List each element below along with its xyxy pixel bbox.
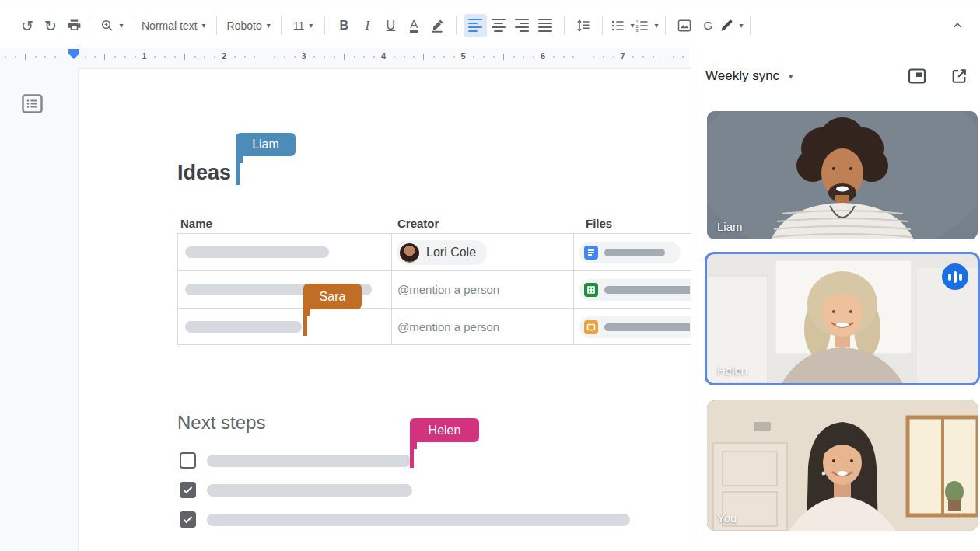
svg-text:3: 3 bbox=[636, 28, 639, 33]
check-icon bbox=[182, 484, 194, 496]
ruler-tick bbox=[35, 56, 37, 58]
ruler-tick bbox=[553, 56, 555, 58]
insert-image-button[interactable] bbox=[673, 14, 696, 37]
ruler-tick bbox=[354, 56, 355, 58]
ruler-tick bbox=[154, 56, 156, 58]
video-tile-liam[interactable]: Liam bbox=[707, 111, 978, 239]
checkbox-unchecked[interactable] bbox=[180, 452, 196, 469]
placeholder-text-bar bbox=[207, 514, 630, 526]
line-spacing-icon bbox=[576, 18, 591, 33]
ruler-tick-major bbox=[25, 54, 26, 60]
picture-in-picture-icon bbox=[908, 68, 926, 85]
ruler-tick bbox=[164, 56, 166, 58]
chevron-down-icon[interactable]: ▾ bbox=[789, 71, 793, 82]
checkbox-checked[interactable] bbox=[180, 482, 196, 498]
bulleted-list-button[interactable]: ▾ bbox=[610, 14, 634, 37]
chevron-down-icon: ▾ bbox=[267, 21, 271, 30]
ruler-tick bbox=[334, 56, 335, 58]
toolbar-divider bbox=[750, 16, 751, 35]
video-tile-you[interactable]: You bbox=[707, 400, 978, 531]
undo-button[interactable]: ↺ bbox=[16, 14, 39, 37]
ruler-tick bbox=[433, 56, 435, 58]
numbered-list-icon: 123 bbox=[634, 18, 649, 33]
paragraph-style-dropdown[interactable]: Normal text ▾ bbox=[138, 14, 209, 37]
file-chip-slides[interactable] bbox=[579, 316, 691, 338]
picture-in-picture-button[interactable] bbox=[907, 67, 927, 85]
ruler-tick bbox=[15, 56, 16, 58]
numbered-list-button[interactable]: 123 ▾ bbox=[634, 14, 658, 37]
pen-icon bbox=[719, 18, 734, 33]
ruler-tick bbox=[135, 56, 136, 58]
bold-button[interactable]: B bbox=[332, 14, 355, 37]
font-family-dropdown[interactable]: Roboto ▾ bbox=[224, 14, 274, 37]
mention-placeholder[interactable]: @mention a person bbox=[397, 283, 499, 296]
align-center-button[interactable] bbox=[487, 14, 510, 37]
editing-mode-button[interactable]: ▾ bbox=[719, 14, 743, 37]
ruler-tick-major bbox=[663, 54, 663, 60]
ruler-tick bbox=[493, 56, 495, 58]
person-chip-lori-cole[interactable]: Lori Cole bbox=[397, 240, 487, 265]
underline-button[interactable]: U bbox=[379, 14, 402, 37]
image-icon bbox=[677, 18, 692, 33]
align-left-icon bbox=[468, 19, 482, 32]
text-color-button[interactable]: A bbox=[402, 14, 425, 37]
redo-button[interactable]: ↻ bbox=[39, 14, 62, 37]
ruler-tick bbox=[124, 56, 126, 58]
table-header-files: Files bbox=[586, 217, 612, 230]
ruler-tick-major bbox=[503, 54, 504, 60]
collab-cursor-name: Liam bbox=[252, 138, 279, 152]
video-tile-helen-speaking[interactable]: Helen bbox=[705, 252, 980, 385]
ruler-tick bbox=[593, 56, 594, 58]
ruler-number: 2 bbox=[222, 51, 226, 61]
zoom-magnifier-icon bbox=[100, 19, 114, 33]
ruler-tick-major bbox=[104, 54, 105, 60]
meeting-title: Weekly sync bbox=[705, 68, 779, 84]
align-left-button[interactable] bbox=[464, 14, 487, 37]
align-right-icon bbox=[515, 19, 529, 32]
table-row-divider bbox=[178, 308, 706, 309]
chevron-down-icon: ▾ bbox=[654, 21, 658, 30]
google-docs-icon bbox=[584, 246, 598, 260]
italic-button[interactable]: I bbox=[355, 14, 379, 37]
table-header-name: Name bbox=[180, 217, 212, 230]
document-outline-icon bbox=[22, 94, 43, 113]
align-justify-button[interactable] bbox=[534, 14, 557, 37]
participant-name-label: Helen bbox=[717, 364, 747, 377]
more-tools-button[interactable]: G bbox=[696, 14, 719, 37]
google-sheets-icon bbox=[584, 283, 598, 297]
placeholder-text-bar bbox=[185, 246, 329, 258]
ruler-tick bbox=[284, 56, 285, 58]
show-outline-button[interactable] bbox=[22, 94, 43, 113]
ruler-tick-major bbox=[65, 54, 65, 60]
chevron-down-icon: ▾ bbox=[202, 21, 206, 30]
collab-cursor-name: Helen bbox=[429, 424, 461, 438]
open-in-new-button[interactable] bbox=[949, 67, 969, 85]
person-chip-name: Lori Cole bbox=[426, 246, 476, 260]
ruler[interactable]: 1234567 bbox=[0, 48, 689, 65]
file-chip-sheets[interactable] bbox=[579, 279, 691, 301]
print-button[interactable] bbox=[62, 14, 86, 37]
liam-video-feed bbox=[707, 111, 978, 239]
file-chip-docs[interactable] bbox=[579, 242, 681, 263]
mention-placeholder[interactable]: @mention a person bbox=[397, 320, 499, 333]
ruler-tick-major bbox=[184, 54, 185, 60]
ruler-tick-major bbox=[583, 54, 583, 60]
hide-menus-button[interactable] bbox=[946, 14, 969, 37]
ruler-tick bbox=[234, 56, 236, 58]
placeholder-text-bar bbox=[185, 321, 302, 333]
ruler-tick bbox=[682, 56, 684, 58]
ruler-tick bbox=[453, 56, 455, 58]
ruler-tick bbox=[94, 56, 96, 58]
toolbar-divider bbox=[665, 16, 666, 35]
toolbar-divider bbox=[216, 16, 217, 35]
font-size-dropdown[interactable]: 11 ▾ bbox=[289, 14, 318, 37]
ruler-tick bbox=[642, 56, 644, 58]
indent-marker[interactable] bbox=[68, 49, 79, 54]
align-right-button[interactable] bbox=[510, 14, 534, 37]
line-spacing-button[interactable] bbox=[572, 14, 595, 37]
ruler-tick bbox=[572, 56, 574, 58]
toolbar-divider bbox=[324, 16, 325, 35]
checkbox-checked[interactable] bbox=[180, 511, 196, 528]
highlight-color-button[interactable] bbox=[425, 14, 449, 37]
zoom-tool-button[interactable]: ▾ bbox=[100, 14, 124, 37]
